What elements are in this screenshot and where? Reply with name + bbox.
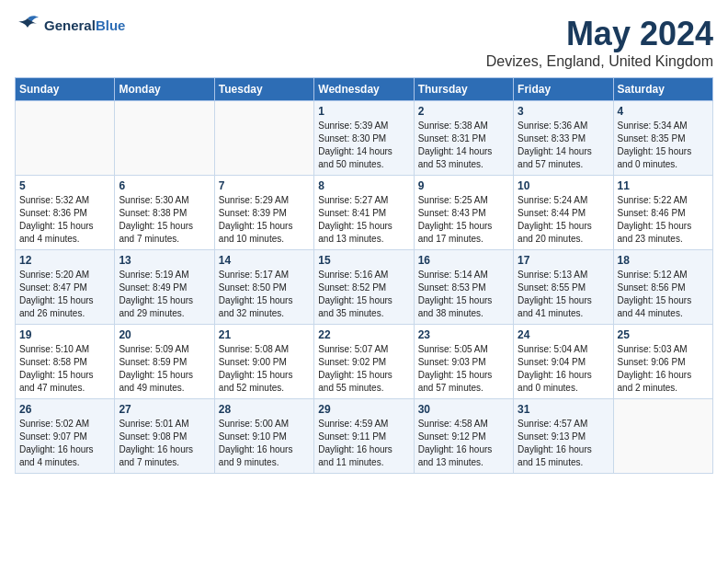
day-number: 12 [19, 254, 110, 267]
calendar-cell: 25Sunrise: 5:03 AM Sunset: 9:06 PM Dayli… [613, 325, 712, 399]
day-info: Sunrise: 5:36 AM Sunset: 8:33 PM Dayligh… [518, 120, 609, 171]
calendar-cell [16, 101, 115, 176]
logo-icon [15, 15, 40, 35]
calendar-cell: 29Sunrise: 4:59 AM Sunset: 9:11 PM Dayli… [314, 399, 414, 474]
calendar-cell: 19Sunrise: 5:10 AM Sunset: 8:58 PM Dayli… [16, 325, 115, 399]
day-info: Sunrise: 5:34 AM Sunset: 8:35 PM Dayligh… [618, 120, 709, 171]
calendar-cell: 10Sunrise: 5:24 AM Sunset: 8:44 PM Dayli… [514, 176, 613, 250]
day-number: 23 [418, 328, 509, 341]
day-info: Sunrise: 5:16 AM Sunset: 8:52 PM Dayligh… [318, 269, 409, 320]
day-info: Sunrise: 5:27 AM Sunset: 8:41 PM Dayligh… [318, 194, 409, 246]
calendar-body: 1Sunrise: 5:39 AM Sunset: 8:30 PM Daylig… [16, 101, 713, 474]
day-info: Sunrise: 4:59 AM Sunset: 9:11 PM Dayligh… [318, 418, 409, 469]
calendar-cell: 4Sunrise: 5:34 AM Sunset: 8:35 PM Daylig… [613, 101, 712, 176]
day-number: 21 [219, 328, 310, 341]
days-of-week-row: SundayMondayTuesdayWednesdayThursdayFrid… [16, 78, 713, 101]
day-number: 29 [318, 403, 409, 416]
day-info: Sunrise: 5:38 AM Sunset: 8:31 PM Dayligh… [418, 120, 509, 171]
week-row-2: 5Sunrise: 5:32 AM Sunset: 8:36 PM Daylig… [16, 176, 713, 250]
day-info: Sunrise: 5:05 AM Sunset: 9:03 PM Dayligh… [418, 343, 509, 395]
day-info: Sunrise: 5:22 AM Sunset: 8:46 PM Dayligh… [618, 194, 709, 246]
day-info: Sunrise: 5:07 AM Sunset: 9:02 PM Dayligh… [318, 343, 409, 395]
calendar-cell: 8Sunrise: 5:27 AM Sunset: 8:41 PM Daylig… [314, 176, 414, 250]
day-info: Sunrise: 5:24 AM Sunset: 8:44 PM Dayligh… [518, 194, 609, 246]
calendar-cell: 1Sunrise: 5:39 AM Sunset: 8:30 PM Daylig… [314, 101, 414, 176]
calendar-cell: 6Sunrise: 5:30 AM Sunset: 8:38 PM Daylig… [115, 176, 214, 250]
day-number: 5 [19, 179, 110, 192]
day-info: Sunrise: 5:13 AM Sunset: 8:55 PM Dayligh… [518, 269, 609, 320]
day-info: Sunrise: 5:17 AM Sunset: 8:50 PM Dayligh… [219, 269, 310, 320]
calendar-cell: 24Sunrise: 5:04 AM Sunset: 9:04 PM Dayli… [514, 325, 613, 399]
calendar-cell: 2Sunrise: 5:38 AM Sunset: 8:31 PM Daylig… [414, 101, 513, 176]
calendar-cell: 11Sunrise: 5:22 AM Sunset: 8:46 PM Dayli… [613, 176, 712, 250]
logo: GeneralBlue [15, 15, 125, 35]
calendar-cell: 21Sunrise: 5:08 AM Sunset: 9:00 PM Dayli… [214, 325, 313, 399]
calendar-cell: 12Sunrise: 5:20 AM Sunset: 8:47 PM Dayli… [16, 250, 115, 325]
day-info: Sunrise: 5:00 AM Sunset: 9:10 PM Dayligh… [219, 418, 310, 469]
dow-header-saturday: Saturday [613, 78, 712, 101]
day-number: 14 [219, 254, 310, 267]
day-info: Sunrise: 5:08 AM Sunset: 9:00 PM Dayligh… [219, 343, 310, 395]
day-number: 3 [518, 105, 609, 118]
dow-header-wednesday: Wednesday [314, 78, 414, 101]
calendar-cell: 22Sunrise: 5:07 AM Sunset: 9:02 PM Dayli… [314, 325, 414, 399]
calendar-cell [115, 101, 214, 176]
day-number: 7 [219, 179, 310, 192]
day-info: Sunrise: 5:10 AM Sunset: 8:58 PM Dayligh… [19, 343, 110, 395]
day-info: Sunrise: 4:57 AM Sunset: 9:13 PM Dayligh… [518, 418, 609, 469]
dow-header-friday: Friday [514, 78, 613, 101]
logo-text: GeneralBlue [44, 17, 125, 33]
day-number: 22 [318, 328, 409, 341]
calendar-cell: 20Sunrise: 5:09 AM Sunset: 8:59 PM Dayli… [115, 325, 214, 399]
day-number: 15 [318, 254, 409, 267]
day-info: Sunrise: 5:32 AM Sunset: 8:36 PM Dayligh… [19, 194, 110, 246]
calendar-cell: 31Sunrise: 4:57 AM Sunset: 9:13 PM Dayli… [514, 399, 613, 474]
day-info: Sunrise: 4:58 AM Sunset: 9:12 PM Dayligh… [418, 418, 509, 469]
calendar-cell [613, 399, 712, 474]
day-info: Sunrise: 5:04 AM Sunset: 9:04 PM Dayligh… [518, 343, 609, 395]
day-info: Sunrise: 5:14 AM Sunset: 8:53 PM Dayligh… [418, 269, 509, 320]
day-number: 2 [418, 105, 509, 118]
day-info: Sunrise: 5:39 AM Sunset: 8:30 PM Dayligh… [318, 120, 409, 171]
day-info: Sunrise: 5:19 AM Sunset: 8:49 PM Dayligh… [119, 269, 210, 320]
calendar-cell: 14Sunrise: 5:17 AM Sunset: 8:50 PM Dayli… [214, 250, 313, 325]
day-info: Sunrise: 5:09 AM Sunset: 8:59 PM Dayligh… [119, 343, 210, 395]
calendar-cell: 3Sunrise: 5:36 AM Sunset: 8:33 PM Daylig… [514, 101, 613, 176]
day-number: 27 [119, 403, 210, 416]
main-title: May 2024 [486, 15, 713, 53]
day-number: 8 [318, 179, 409, 192]
week-row-4: 19Sunrise: 5:10 AM Sunset: 8:58 PM Dayli… [16, 325, 713, 399]
calendar-cell [214, 101, 313, 176]
day-info: Sunrise: 5:03 AM Sunset: 9:06 PM Dayligh… [618, 343, 709, 395]
sub-title: Devizes, England, United Kingdom [486, 53, 713, 70]
day-number: 31 [518, 403, 609, 416]
dow-header-monday: Monday [115, 78, 214, 101]
day-number: 1 [318, 105, 409, 118]
day-number: 16 [418, 254, 509, 267]
calendar-cell: 9Sunrise: 5:25 AM Sunset: 8:43 PM Daylig… [414, 176, 513, 250]
day-info: Sunrise: 5:12 AM Sunset: 8:56 PM Dayligh… [618, 269, 709, 320]
calendar-cell: 30Sunrise: 4:58 AM Sunset: 9:12 PM Dayli… [414, 399, 513, 474]
day-number: 17 [518, 254, 609, 267]
day-number: 4 [618, 105, 709, 118]
title-area: May 2024 Devizes, England, United Kingdo… [486, 15, 713, 70]
day-number: 18 [618, 254, 709, 267]
calendar-cell: 7Sunrise: 5:29 AM Sunset: 8:39 PM Daylig… [214, 176, 313, 250]
header: GeneralBlue May 2024 Devizes, England, U… [15, 15, 713, 70]
day-info: Sunrise: 5:25 AM Sunset: 8:43 PM Dayligh… [418, 194, 509, 246]
day-number: 9 [418, 179, 509, 192]
day-number: 19 [19, 328, 110, 341]
calendar-cell: 16Sunrise: 5:14 AM Sunset: 8:53 PM Dayli… [414, 250, 513, 325]
day-number: 28 [219, 403, 310, 416]
week-row-3: 12Sunrise: 5:20 AM Sunset: 8:47 PM Dayli… [16, 250, 713, 325]
day-info: Sunrise: 5:29 AM Sunset: 8:39 PM Dayligh… [219, 194, 310, 246]
day-info: Sunrise: 5:02 AM Sunset: 9:07 PM Dayligh… [19, 418, 110, 469]
calendar-cell: 23Sunrise: 5:05 AM Sunset: 9:03 PM Dayli… [414, 325, 513, 399]
day-number: 25 [618, 328, 709, 341]
calendar-cell: 15Sunrise: 5:16 AM Sunset: 8:52 PM Dayli… [314, 250, 414, 325]
dow-header-sunday: Sunday [16, 78, 115, 101]
day-number: 6 [119, 179, 210, 192]
day-number: 20 [119, 328, 210, 341]
dow-header-tuesday: Tuesday [214, 78, 313, 101]
day-number: 11 [618, 179, 709, 192]
